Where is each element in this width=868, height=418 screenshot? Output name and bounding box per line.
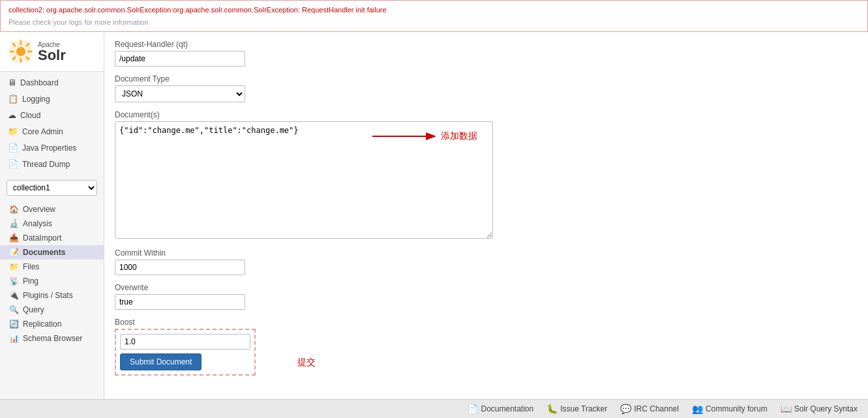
- request-handler-label: Request-Handler (qt): [115, 40, 858, 49]
- footer: 📄 Documentation 🐛 Issue Tracker 💬 IRC Ch…: [0, 399, 868, 418]
- error-line2: Please check your logs for more informat…: [8, 17, 860, 28]
- collection-nav-query-label: Query: [23, 305, 44, 314]
- collection-nav-dataimport-label: DataImport: [23, 233, 61, 243]
- collection-nav-ping[interactable]: 📡 Ping: [0, 274, 104, 288]
- boost-submit-row: Boost Submit Document 提交: [115, 318, 858, 376]
- solr-query-syntax-label: Solr Query Syntax: [794, 404, 858, 413]
- documents-row: Document(s) {"id":"change.me","title":"c…: [115, 110, 858, 241]
- sidebar-item-core-admin-label: Core Admin: [22, 127, 63, 136]
- document-type-select[interactable]: JSON XML CSV PDF DOC: [115, 85, 245, 102]
- sidebar-item-cloud[interactable]: ☁ Cloud: [0, 107, 104, 123]
- sidebar-item-core-admin[interactable]: 📁 Core Admin: [0, 123, 104, 140]
- solr-logo-icon: [8, 38, 34, 65]
- irc-channel-label: IRC Channel: [634, 404, 679, 413]
- footer-documentation[interactable]: 📄 Documentation: [467, 404, 533, 414]
- solr-label: Solr: [38, 48, 66, 63]
- sidebar-item-logging[interactable]: 📋 Logging: [0, 91, 104, 107]
- issue-tracker-icon: 🐛: [546, 404, 558, 414]
- commit-within-label: Commit Within: [115, 248, 858, 258]
- footer-community-forum[interactable]: 👥 Community forum: [692, 404, 768, 414]
- java-properties-icon: 📄: [8, 143, 18, 153]
- commit-within-row: Commit Within: [115, 248, 858, 275]
- dataimport-icon: 📥: [9, 233, 19, 243]
- collection-selector[interactable]: collection1 collection2: [7, 180, 97, 196]
- svg-point-9: [16, 47, 25, 56]
- sidebar-item-java-properties[interactable]: 📄 Java Properties: [0, 140, 104, 156]
- dashboard-icon: 🖥: [8, 78, 16, 87]
- collection-nav-analysis[interactable]: 🔬 Analysis: [0, 216, 104, 231]
- main-content: Request-Handler (qt) Document Type JSON …: [104, 32, 868, 399]
- request-handler-row: Request-Handler (qt): [115, 40, 858, 67]
- boost-label: Boost: [115, 318, 858, 327]
- main-nav: 🖥 Dashboard 📋 Logging ☁ Cloud 📁 Core Adm…: [0, 72, 104, 175]
- commit-within-input[interactable]: [115, 260, 245, 275]
- documents-label: Document(s): [115, 110, 858, 119]
- irc-channel-icon: 💬: [620, 404, 631, 414]
- overview-icon: 🏠: [9, 205, 19, 214]
- collection-nav-query[interactable]: 🔍 Query: [0, 303, 104, 317]
- logo-text: Apache Solr: [38, 41, 66, 63]
- collection-nav-schema-browser-label: Schema Browser: [23, 334, 82, 343]
- core-admin-icon: 📁: [8, 127, 18, 136]
- collection-nav-dataimport[interactable]: 📥 DataImport: [0, 231, 104, 245]
- thread-dump-icon: 📄: [8, 159, 18, 169]
- sidebar-item-dashboard-label: Dashboard: [20, 78, 59, 87]
- footer-issue-tracker[interactable]: 🐛 Issue Tracker: [546, 404, 607, 414]
- collection-nav-schema-browser[interactable]: 📊 Schema Browser: [0, 331, 104, 346]
- documentation-label: Documentation: [481, 404, 533, 413]
- replication-icon: 🔄: [9, 320, 19, 329]
- overwrite-row: Overwrite: [115, 283, 858, 310]
- community-forum-label: Community forum: [706, 404, 768, 413]
- error-bar: collection2: org.apache.solr.common.Solr…: [0, 0, 868, 32]
- overwrite-label: Overwrite: [115, 283, 858, 292]
- collection-nav-replication-label: Replication: [23, 320, 61, 329]
- collection-nav-files-label: Files: [23, 262, 39, 271]
- collection-nav-plugins-stats[interactable]: 🔌 Plugins / Stats: [0, 288, 104, 303]
- footer-solr-query-syntax[interactable]: 📖 Solr Query Syntax: [781, 404, 858, 414]
- analysis-icon: 🔬: [9, 219, 19, 228]
- cloud-icon: ☁: [8, 110, 16, 120]
- sidebar-item-java-properties-label: Java Properties: [22, 143, 76, 153]
- boost-input[interactable]: [120, 334, 250, 350]
- sidebar-item-cloud-label: Cloud: [20, 111, 40, 120]
- issue-tracker-label: Issue Tracker: [560, 404, 607, 413]
- logging-icon: 📋: [8, 94, 18, 104]
- solr-query-syntax-icon: 📖: [781, 404, 792, 414]
- footer-irc-channel[interactable]: 💬 IRC Channel: [620, 404, 679, 414]
- community-forum-icon: 👥: [692, 404, 703, 414]
- sidebar-item-thread-dump[interactable]: 📄 Thread Dump: [0, 156, 104, 172]
- document-type-label: Document Type: [115, 74, 858, 83]
- ping-icon: 📡: [9, 276, 19, 286]
- collection-nav-files[interactable]: 📁 Files: [0, 260, 104, 274]
- sidebar-item-dashboard[interactable]: 🖥 Dashboard: [0, 74, 104, 91]
- documents-textarea[interactable]: {"id":"change.me","title":"change.me"}: [115, 121, 493, 239]
- documentation-icon: 📄: [467, 404, 478, 414]
- collection-nav-plugins-stats-label: Plugins / Stats: [23, 291, 73, 300]
- request-handler-input[interactable]: [115, 51, 245, 67]
- query-icon: 🔍: [9, 305, 19, 314]
- collection-nav-overview-label: Overview: [23, 205, 55, 214]
- collection-nav-overview[interactable]: 🏠 Overview: [0, 202, 104, 216]
- collection-nav-replication[interactable]: 🔄 Replication: [0, 317, 104, 331]
- submit-annotation-text: 提交: [297, 357, 316, 367]
- sidebar: Apache Solr 🖥 Dashboard 📋 Logging ☁ Clou…: [0, 32, 104, 399]
- collection-nav-documents[interactable]: 📝 Documents: [0, 245, 104, 260]
- collection-nav-documents-label: Documents: [23, 248, 65, 257]
- collection-nav-analysis-label: Analysis: [23, 219, 52, 228]
- sidebar-item-logging-label: Logging: [22, 95, 50, 104]
- document-type-row: Document Type JSON XML CSV PDF DOC: [115, 74, 858, 102]
- schema-browser-icon: 📊: [9, 334, 19, 343]
- collection-selector-area: collection1 collection2: [0, 175, 104, 201]
- logo-area: Apache Solr: [0, 32, 104, 72]
- documents-icon: 📝: [9, 248, 19, 257]
- collection-nav: 🏠 Overview 🔬 Analysis 📥 DataImport 📝 Doc…: [0, 201, 104, 347]
- collection-nav-ping-label: Ping: [23, 276, 38, 286]
- plugins-icon: 🔌: [9, 291, 19, 300]
- error-line1: collection2: org.apache.solr.common.Solr…: [8, 5, 860, 16]
- sidebar-item-thread-dump-label: Thread Dump: [22, 160, 70, 169]
- submit-document-button[interactable]: Submit Document: [120, 353, 202, 370]
- overwrite-input[interactable]: [115, 294, 245, 310]
- files-icon: 📁: [9, 262, 19, 271]
